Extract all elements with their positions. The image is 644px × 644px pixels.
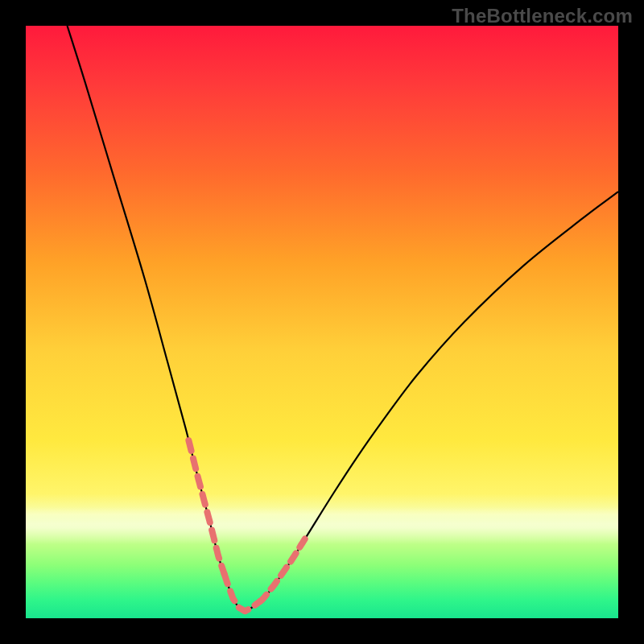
dashed-trough — [225, 574, 260, 611]
chart-frame — [26, 26, 618, 618]
chart-svg — [26, 26, 618, 618]
bottleneck-curve — [68, 26, 618, 611]
watermark-text: TheBottleneck.com — [452, 5, 633, 27]
dashed-right-flank — [260, 535, 308, 601]
dashed-left-flank — [188, 440, 224, 574]
